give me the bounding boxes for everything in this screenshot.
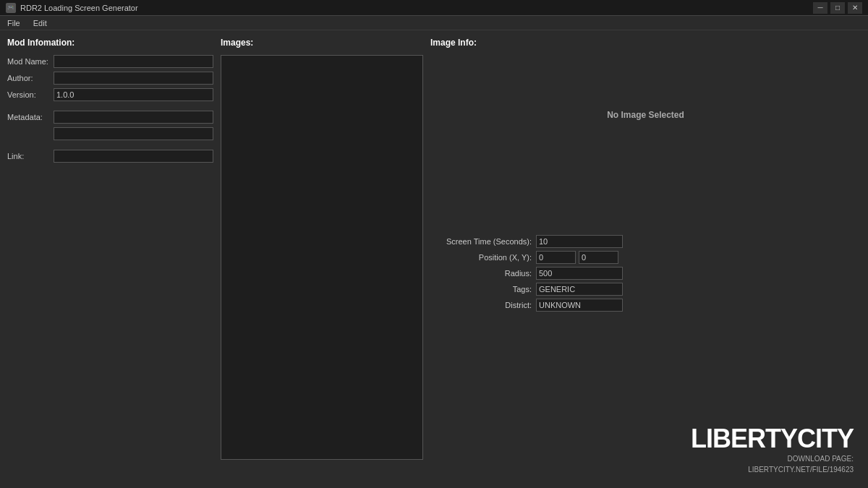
image-info-fields: Screen Time (Seconds): Position (X, Y): … [430,235,846,314]
window-title: RDR2 Loading Screen Generator [20,4,138,12]
main-content: Mod Infomation: Mod Name: Author: Versio… [0,30,868,488]
mod-name-row: Mod Name: [7,55,213,68]
minimize-button[interactable]: ─ [813,2,827,14]
images-title: Images: [221,38,423,48]
tags-row: Tags: [430,283,846,296]
right-panel: Image Info: No Image Selected Screen Tim… [430,38,861,481]
menu-bar: File Edit [0,16,868,30]
position-x-input[interactable] [536,251,576,264]
position-label: Position (X, Y): [430,253,532,262]
left-panel: Mod Infomation: Mod Name: Author: Versio… [7,38,213,481]
screen-time-label: Screen Time (Seconds): [430,237,532,246]
title-bar-controls: ─ □ ✕ [813,2,862,14]
link-row: Link: [7,150,213,163]
image-info-title: Image Info: [430,38,861,48]
author-row: Author: [7,72,213,85]
metadata-row: Metadata: [7,111,213,124]
position-row: Position (X, Y): [430,251,846,264]
link-label: Link: [7,152,51,160]
radius-input[interactable] [536,267,623,280]
menu-edit[interactable]: Edit [30,17,50,29]
metadata-input[interactable] [54,111,213,124]
logo-city: City [797,424,854,453]
mod-info-title: Mod Infomation: [7,38,213,48]
position-y-input[interactable] [579,251,618,264]
screen-time-input[interactable] [536,235,623,248]
radius-row: Radius: [430,267,846,280]
mod-name-label: Mod Name: [7,57,51,66]
images-list[interactable] [221,55,423,460]
author-input[interactable] [54,72,213,85]
mod-name-input[interactable] [54,55,213,68]
district-input[interactable] [536,299,623,312]
district-label: District: [430,301,532,309]
logo-liberty: Liberty [691,424,797,453]
link-input[interactable] [54,150,213,163]
position-group [536,251,618,264]
restore-button[interactable]: □ [830,2,845,14]
no-image-selected: No Image Selected [430,110,861,120]
version-input[interactable] [54,88,213,101]
metadata-label: Metadata: [7,113,51,121]
title-bar-left: 🎮 RDR2 Loading Screen Generator [6,3,138,13]
download-line1: DOWNLOAD PAGE: [691,455,854,463]
close-button[interactable]: ✕ [848,2,862,14]
libertycity-watermark: LibertyCity DOWNLOAD PAGE: LIBERTYCITY.N… [691,426,854,474]
app-icon: 🎮 [6,3,16,13]
tags-input[interactable] [536,283,623,296]
district-row: District: [430,299,846,312]
version-label: Version: [7,90,51,99]
screen-time-row: Screen Time (Seconds): [430,235,846,248]
menu-file[interactable]: File [4,17,23,29]
download-line2: LIBERTYCITY.NET/FILE/194623 [691,466,854,474]
metadata-extra-row [7,127,213,140]
middle-panel: Images: [221,38,423,481]
radius-label: Radius: [430,269,532,278]
libertycity-logo: LibertyCity [691,426,854,452]
author-label: Author: [7,74,51,82]
metadata-extra-input[interactable] [54,127,213,140]
title-bar: 🎮 RDR2 Loading Screen Generator ─ □ ✕ [0,0,868,16]
version-row: Version: [7,88,213,101]
tags-label: Tags: [430,285,532,294]
